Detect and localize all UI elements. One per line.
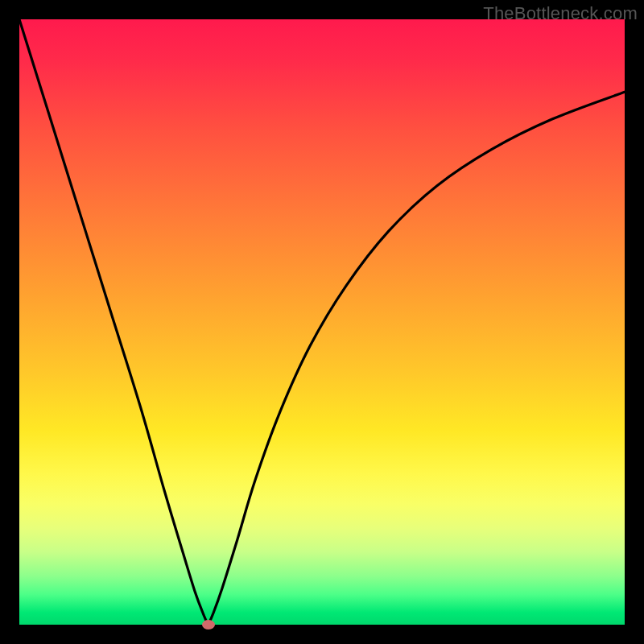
chart-frame <box>19 19 625 625</box>
bottleneck-minimum-dot <box>202 620 215 630</box>
bottleneck-curve <box>19 19 625 625</box>
watermark-label: TheBottleneck.com <box>483 3 638 24</box>
curve-path <box>19 19 625 626</box>
